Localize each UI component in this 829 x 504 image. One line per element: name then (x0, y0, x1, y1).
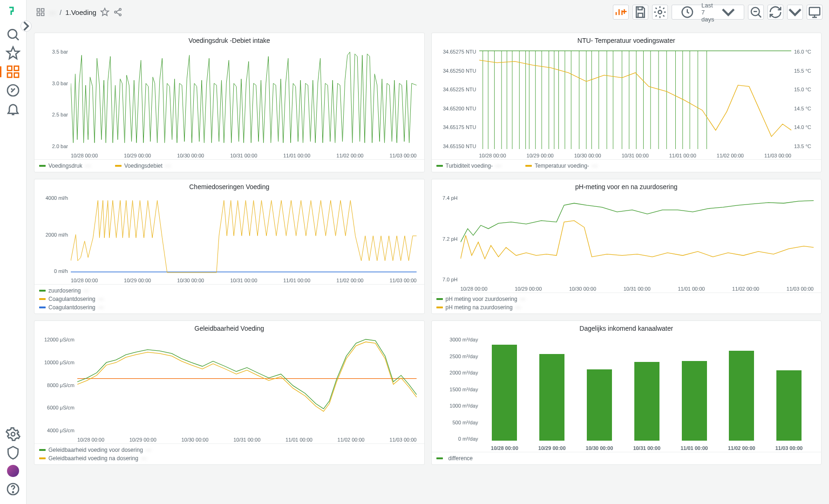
y-axis-left: 34.65275 NTU34.65250 NTU34.65225 NTU34.6… (435, 49, 479, 149)
svg-rect-1 (7, 66, 12, 70)
svg-rect-3 (7, 73, 12, 77)
plot[interactable]: 34.65275 NTU34.65250 NTU34.65225 NTU34.6… (435, 47, 818, 158)
svg-rect-12 (41, 13, 44, 16)
panel-title: Dagelijks inkomend kanaalwater (432, 321, 822, 334)
bars (481, 338, 813, 441)
svg-rect-4 (14, 73, 19, 77)
dashboards-icon[interactable] (6, 64, 20, 79)
panel-grid: Voedingsdruk -Debiet intake 3.5 bar3.0 b… (27, 24, 829, 504)
explore-icon[interactable] (6, 83, 20, 98)
breadcrumb: — / 1.Voeding (36, 7, 122, 17)
x-axis: 10/28 00:0010/29 00:0010/30 00:0010/31 0… (481, 445, 813, 451)
panel-ph-meting[interactable]: pH-meting voor en na zuurdosering 7.4 pH… (431, 179, 822, 314)
y-axis: 3.5 bar3.0 bar2.5 bar2.0 bar (37, 49, 71, 149)
save-button[interactable] (632, 5, 648, 20)
svg-rect-19 (809, 7, 820, 15)
favorites-icon[interactable] (6, 46, 20, 61)
bar (682, 361, 707, 441)
legend: pH meting voor zuurdosering— pH meting n… (432, 293, 822, 313)
bar (634, 362, 659, 441)
x-axis: 10/28 00:0010/29 00:0010/30 00:0010/31 0… (77, 437, 417, 443)
plot[interactable]: 4000 ml/h2000 ml/h0 ml/h 10/28 00:0010/2… (37, 193, 421, 283)
star-icon[interactable] (100, 7, 109, 17)
toolbar: Last 7 days (613, 5, 823, 20)
refresh-interval-button[interactable] (787, 5, 803, 20)
panel-title: Geleidbaarheid Voeding (34, 321, 424, 334)
y-axis: 7.4 pH7.2 pH7.0 pH (435, 195, 461, 282)
sidebar (0, 0, 27, 504)
x-axis: 10/28 00:0010/29 00:0010/30 00:0010/31 0… (71, 153, 417, 158)
bar (492, 345, 517, 441)
svg-rect-9 (37, 9, 40, 12)
panel-ntu-temp[interactable]: NTU- Temperatuur voedingswater 34.65275 … (431, 33, 822, 172)
panel-chemiedoseringen[interactable]: Chemiedoseringen Voeding 4000 ml/h2000 m… (34, 179, 425, 314)
y-axis-right: 16.0 °C15.5 °C15.0 °C14.5 °C14.0 °C13.5 … (791, 49, 817, 149)
panel-title: pH-meting voor en na zuurdosering (432, 179, 822, 192)
search-icon[interactable] (6, 27, 20, 42)
breadcrumb-parent[interactable]: — (49, 8, 56, 16)
x-axis: 10/28 00:0010/29 00:0010/30 00:0010/31 0… (461, 286, 814, 292)
chevron-down-icon (717, 5, 740, 19)
shield-icon[interactable] (6, 445, 20, 460)
sidebar-expand-button[interactable] (20, 20, 32, 32)
svg-point-0 (8, 29, 17, 38)
svg-rect-10 (41, 9, 44, 12)
legend: Geleidbaarheid voeding voor dosering— Ge… (34, 443, 424, 464)
svg-point-8 (13, 492, 14, 493)
x-axis: 10/28 00:0010/29 00:0010/30 00:0010/31 0… (71, 278, 417, 283)
time-range-picker[interactable]: Last 7 days (672, 5, 745, 20)
admin-gear-icon[interactable] (6, 427, 20, 442)
zoom-out-button[interactable] (748, 5, 764, 20)
topbar: — / 1.Voeding Last 7 days (27, 0, 829, 24)
panel-title: NTU- Temperatuur voedingswater (432, 33, 822, 46)
bar (539, 354, 564, 441)
svg-rect-11 (37, 13, 40, 16)
settings-button[interactable] (652, 5, 668, 20)
svg-rect-2 (14, 66, 19, 70)
bar (776, 370, 802, 441)
legend: Turbiditeit voeding-— Temperatuur voedin… (432, 159, 822, 172)
plot[interactable]: 3000 m³/day2500 m³/day2000 m³/day1500 m³… (435, 335, 818, 451)
plot[interactable]: 3.5 bar3.0 bar2.5 bar2.0 bar 10/28 00:00… (37, 47, 421, 158)
add-panel-button[interactable] (613, 5, 629, 20)
kiosk-button[interactable] (807, 5, 822, 20)
dashboards-crumb-icon[interactable] (36, 7, 45, 17)
plot[interactable]: 7.4 pH7.2 pH7.0 pH 10/28 00:0010/29 00:0… (435, 193, 818, 292)
panel-voedingsdruk[interactable]: Voedingsdruk -Debiet intake 3.5 bar3.0 b… (34, 33, 425, 172)
y-axis: 12000 μS/cm10000 μS/cm8000 μS/cm6000 μS/… (37, 337, 77, 433)
alerts-icon[interactable] (6, 102, 20, 116)
panel-title: Chemiedoseringen Voeding (34, 179, 424, 192)
share-icon[interactable] (113, 7, 122, 17)
y-axis: 3000 m³/day2500 m³/day2000 m³/day1500 m³… (435, 337, 481, 442)
svg-point-16 (658, 10, 662, 14)
legend: Voedingsdruk— Voedingsdebiet— (34, 159, 424, 172)
svg-point-6 (11, 432, 15, 436)
app-logo[interactable] (7, 6, 19, 17)
help-icon[interactable] (6, 482, 20, 497)
panel-geleidbaarheid[interactable]: Geleidbaarheid Voeding 12000 μS/cm10000 … (34, 320, 425, 465)
time-range-label: Last 7 days (701, 2, 714, 23)
legend: zuurdosering— Coagulantdosering— Coagula… (34, 284, 424, 313)
avatar[interactable] (7, 465, 19, 477)
legend: difference (432, 452, 822, 464)
page-title: 1.Voeding (65, 8, 96, 16)
plot[interactable]: 12000 μS/cm10000 μS/cm8000 μS/cm6000 μS/… (37, 335, 421, 443)
panel-title: Voedingsdruk -Debiet intake (34, 33, 424, 46)
y-axis: 4000 ml/h2000 ml/h0 ml/h (37, 195, 71, 274)
x-axis: 10/28 00:0010/29 00:0010/30 00:0010/31 0… (479, 153, 792, 158)
bar (729, 351, 754, 441)
bar (587, 369, 612, 441)
panel-dagelijks-kanaalwater[interactable]: Dagelijks inkomend kanaalwater 3000 m³/d… (431, 320, 822, 465)
refresh-button[interactable] (768, 5, 783, 20)
